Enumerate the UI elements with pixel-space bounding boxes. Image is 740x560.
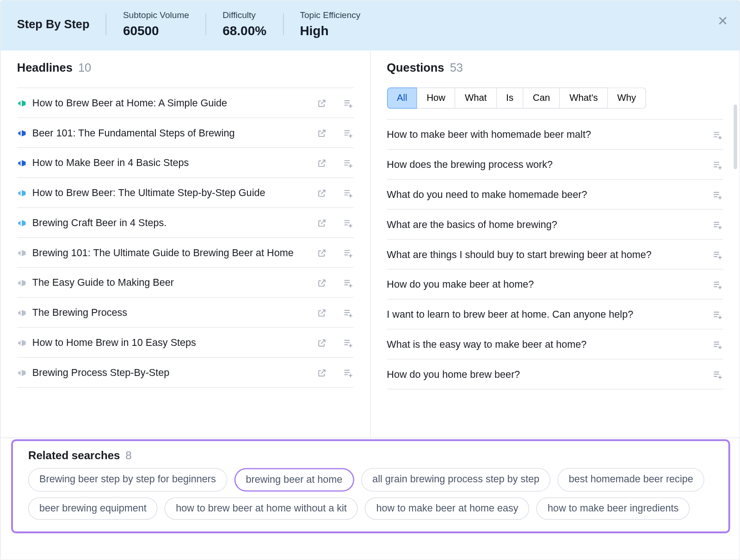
filter-how[interactable]: How	[417, 87, 456, 109]
question-text: I want to learn to brew beer at home. Ca…	[387, 309, 707, 320]
add-to-list-icon[interactable]	[713, 280, 723, 290]
megaphone-icon	[17, 98, 26, 108]
add-to-list-icon[interactable]	[343, 338, 353, 348]
add-to-list-icon[interactable]	[713, 220, 723, 230]
add-to-list-icon[interactable]	[343, 188, 353, 198]
question-text: How do you home brew beer?	[387, 369, 707, 381]
question-row[interactable]: How to make beer with homemade beer malt…	[387, 119, 723, 150]
headline-row[interactable]: The Easy Guide to Making Beer	[17, 268, 353, 298]
headline-row[interactable]: Beer 101: The Fundamental Steps of Brewi…	[17, 118, 353, 148]
filter-all[interactable]: All	[387, 87, 417, 109]
scrollbar[interactable]	[734, 105, 737, 169]
add-to-list-icon[interactable]	[343, 278, 353, 289]
summary-bar: Step By Step Subtopic Volume 60500 Diffi…	[0, 0, 740, 50]
megaphone-icon	[17, 248, 26, 258]
related-chip[interactable]: best homemade beer recipe	[558, 468, 704, 492]
add-to-list-icon[interactable]	[713, 190, 723, 200]
external-link-icon[interactable]	[317, 278, 326, 288]
question-filters: AllHowWhatIsCanWhat'sWhy	[370, 83, 740, 113]
related-title: Related searches	[28, 449, 120, 462]
headline-text: How to Brew Beer: The Ultimate Step-by-S…	[32, 187, 311, 199]
filter-is[interactable]: Is	[497, 87, 524, 109]
headline-text: Brewing Process Step-By-Step	[32, 367, 311, 379]
page-title: Step By Step	[17, 18, 106, 31]
related-chip[interactable]: brewing beer at home	[234, 468, 354, 492]
add-to-list-icon[interactable]	[713, 339, 723, 350]
external-link-icon[interactable]	[317, 98, 326, 108]
question-row[interactable]: How do you home brew beer?	[387, 359, 723, 389]
add-to-list-icon[interactable]	[343, 158, 353, 169]
related-searches-panel: Related searches 8 Brewing beer step by …	[11, 439, 730, 533]
related-chip[interactable]: how to brew beer at home without a kit	[165, 498, 358, 520]
question-row[interactable]: What is the easy way to make beer at hom…	[387, 329, 723, 359]
headline-text: Brewing Craft Beer in 4 Steps.	[32, 217, 311, 229]
filter-why[interactable]: Why	[608, 87, 646, 109]
related-chip[interactable]: beer brewing equipment	[28, 498, 158, 520]
headline-text: Brewing 101: The Ultimate Guide to Brewi…	[32, 247, 311, 259]
headline-row[interactable]: Brewing Process Step-By-Step	[17, 357, 353, 388]
questions-panel: Questions 53 AllHowWhatIsCanWhat'sWhy Ho…	[370, 50, 740, 437]
headlines-count: 10	[78, 61, 91, 74]
headline-text: How to Make Beer in 4 Basic Steps	[32, 157, 311, 169]
question-text: How does the brewing process work?	[387, 159, 707, 171]
question-row[interactable]: What are things I should buy to start br…	[387, 240, 723, 270]
add-to-list-icon[interactable]	[713, 130, 723, 141]
question-row[interactable]: I want to learn to brew beer at home. Ca…	[387, 300, 723, 330]
question-row[interactable]: How does the brewing process work?	[387, 150, 723, 180]
external-link-icon[interactable]	[317, 159, 326, 168]
question-row[interactable]: How do you make beer at home?	[387, 270, 723, 300]
external-link-icon[interactable]	[317, 248, 326, 258]
headline-text: The Easy Guide to Making Beer	[32, 277, 311, 289]
headline-row[interactable]: The Brewing Process	[17, 298, 353, 328]
metric-subtopic-volume: Subtopic Volume 60500	[106, 10, 205, 39]
external-link-icon[interactable]	[317, 129, 326, 138]
related-chip[interactable]: how to make beer at home easy	[365, 498, 530, 520]
related-chip[interactable]: how to make beer ingredients	[536, 498, 690, 520]
filter-can[interactable]: Can	[524, 87, 560, 109]
add-to-list-icon[interactable]	[713, 160, 723, 170]
headlines-panel: Headlines 10 How to Brew Beer at Home: A…	[0, 50, 370, 437]
question-text: How to make beer with homemade beer malt…	[387, 129, 707, 141]
headline-row[interactable]: How to Home Brew in 10 Easy Steps	[17, 328, 353, 358]
external-link-icon[interactable]	[317, 308, 326, 318]
add-to-list-icon[interactable]	[343, 128, 353, 139]
megaphone-icon	[17, 368, 26, 377]
related-chip[interactable]: Brewing beer step by step for beginners	[28, 468, 227, 492]
question-text: What do you need to make homemade beer?	[387, 189, 707, 201]
question-row[interactable]: What do you need to make homemade beer?	[387, 180, 723, 210]
filter-what[interactable]: What	[456, 87, 497, 109]
headline-text: The Brewing Process	[32, 307, 311, 319]
add-to-list-icon[interactable]	[343, 98, 353, 109]
external-link-icon[interactable]	[317, 338, 326, 348]
add-to-list-icon[interactable]	[713, 369, 723, 380]
question-text: What are the basics of home brewing?	[387, 219, 707, 231]
question-row[interactable]: What are the basics of home brewing?	[387, 209, 723, 240]
add-to-list-icon[interactable]	[713, 309, 723, 320]
headline-row[interactable]: How to Make Beer in 4 Basic Steps	[17, 148, 353, 178]
add-to-list-icon[interactable]	[343, 368, 353, 378]
metric-topic-efficiency: Topic Efficiency High	[284, 10, 377, 39]
question-text: How do you make beer at home?	[387, 279, 707, 290]
related-chip[interactable]: all grain brewing process step by step	[361, 468, 550, 492]
megaphone-icon	[17, 278, 26, 288]
headline-text: How to Home Brew in 10 Easy Steps	[32, 337, 311, 349]
add-to-list-icon[interactable]	[343, 218, 353, 228]
questions-count: 53	[450, 61, 463, 74]
external-link-icon[interactable]	[317, 189, 326, 198]
external-link-icon[interactable]	[317, 368, 326, 377]
add-to-list-icon[interactable]	[343, 248, 353, 258]
questions-title: Questions	[387, 61, 444, 74]
headline-row[interactable]: Brewing Craft Beer in 4 Steps.	[17, 208, 353, 238]
megaphone-icon	[17, 159, 26, 168]
add-to-list-icon[interactable]	[713, 250, 723, 260]
close-icon[interactable]: ✕	[717, 13, 728, 29]
headline-row[interactable]: Brewing 101: The Ultimate Guide to Brewi…	[17, 238, 353, 268]
add-to-list-icon[interactable]	[343, 308, 353, 318]
headline-row[interactable]: How to Brew Beer at Home: A Simple Guide	[17, 87, 353, 118]
megaphone-icon	[17, 308, 26, 318]
filter-whats[interactable]: What's	[560, 87, 608, 109]
headline-text: How to Brew Beer at Home: A Simple Guide	[32, 98, 311, 109]
headline-row[interactable]: How to Brew Beer: The Ultimate Step-by-S…	[17, 178, 353, 208]
question-text: What is the easy way to make beer at hom…	[387, 339, 707, 351]
external-link-icon[interactable]	[317, 218, 326, 228]
